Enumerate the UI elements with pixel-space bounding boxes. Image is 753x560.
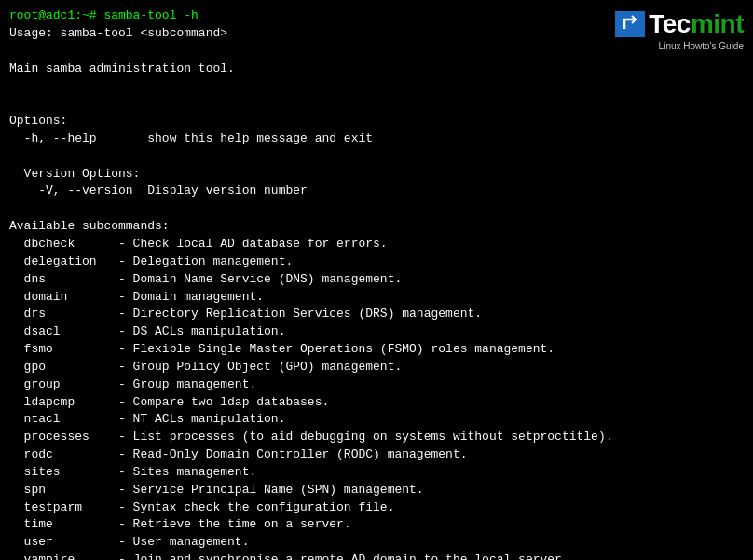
terminal-line: [9, 148, 744, 166]
logo-box: Tecmint: [615, 9, 744, 39]
terminal-line: vampire - Join and synchronise a remote …: [9, 552, 744, 560]
terminal-line: time - Retrieve the time on a server.: [9, 516, 744, 534]
terminal-line: ntacl - NT ACLs manipulation.: [9, 411, 744, 429]
terminal-line: sites - Sites management.: [9, 464, 744, 482]
logo-text: Tecmint: [649, 9, 744, 39]
terminal-line: processes - List processes (to aid debug…: [9, 429, 744, 446]
terminal-line: Options:: [9, 113, 744, 130]
terminal-line: drs - Directory Replication Services (DR…: [9, 306, 744, 323]
terminal-line: user - User management.: [9, 534, 744, 552]
terminal-line: group - Group management.: [9, 376, 744, 394]
logo-icon: [615, 11, 645, 37]
terminal-line: fsmo - Flexible Single Master Operations…: [9, 341, 744, 359]
terminal-line: dsacl - DS ACLs manipulation.: [9, 323, 744, 341]
terminal-line: [9, 200, 744, 218]
terminal-line: -h, --help show this help message and ex…: [9, 130, 744, 148]
terminal-line: Available subcommands:: [9, 218, 744, 236]
terminal-line: -V, --version Display version number: [9, 183, 744, 200]
terminal-line: [9, 77, 744, 95]
terminal-line: dns - Domain Name Service (DNS) manageme…: [9, 271, 744, 289]
terminal-line: dbcheck - Check local AD database for er…: [9, 236, 744, 253]
terminal-line: [9, 95, 744, 113]
terminal-line: spn - Service Principal Name (SPN) manag…: [9, 482, 744, 499]
terminal-line: Version Options:: [9, 166, 744, 184]
terminal-window: Tecmint Linux Howto's Guide root@adc1:~#…: [0, 0, 753, 560]
terminal-line: Main samba administration tool.: [9, 61, 744, 78]
terminal-content: root@adc1:~# samba-tool -hUsage: samba-t…: [9, 7, 744, 560]
terminal-line: delegation - Delegation management.: [9, 253, 744, 271]
terminal-line: rodc - Read-Only Domain Controller (RODC…: [9, 446, 744, 464]
terminal-line: ldapcmp - Compare two ldap databases.: [9, 394, 744, 412]
logo-container: Tecmint Linux Howto's Guide: [615, 9, 744, 51]
logo-tagline: Linux Howto's Guide: [659, 41, 744, 51]
terminal-line: gpo - Group Policy Object (GPO) manageme…: [9, 359, 744, 376]
terminal-line: domain - Domain management.: [9, 289, 744, 307]
terminal-line: testparm - Syntax check the configuratio…: [9, 499, 744, 517]
